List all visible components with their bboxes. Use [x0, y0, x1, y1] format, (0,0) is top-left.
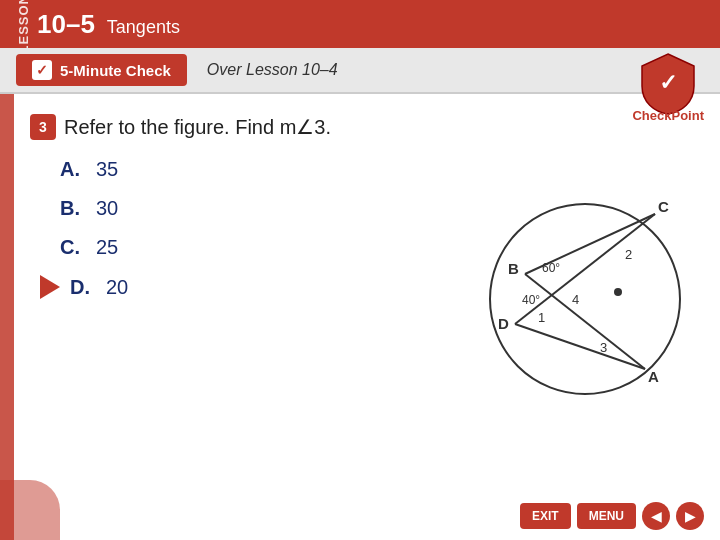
header: LESSON 10–5 Tangents — [0, 0, 720, 48]
svg-line-5 — [515, 324, 645, 369]
check-bar: ✓ 5-Minute Check Over Lesson 10–4 ✓ Chec… — [0, 48, 720, 94]
svg-text:✓: ✓ — [659, 70, 677, 95]
answer-letter-c: C. — [60, 236, 82, 259]
svg-text:A: A — [648, 368, 659, 385]
bottom-controls: EXIT MENU ◀ ▶ — [520, 502, 704, 530]
next-button[interactable]: ▶ — [676, 502, 704, 530]
figure-area: C B A D 60° 40° 2 4 1 3 — [470, 184, 700, 414]
geometry-figure: C B A D 60° 40° 2 4 1 3 — [470, 184, 700, 414]
five-minute-check-badge: ✓ 5-Minute Check — [16, 54, 187, 86]
answer-value-c: 25 — [96, 236, 118, 259]
answer-value-d: 20 — [106, 276, 128, 299]
answer-option-a[interactable]: A. 35 — [60, 158, 690, 181]
bottom-left-decor — [0, 480, 60, 540]
svg-text:3: 3 — [600, 340, 607, 355]
main-content: 3 Refer to the figure. Find m∠3. A. 35 B… — [0, 94, 720, 325]
svg-text:C: C — [658, 198, 669, 215]
exit-button[interactable]: EXIT — [520, 503, 571, 529]
question-number-badge: 3 — [30, 114, 56, 140]
svg-text:4: 4 — [572, 292, 579, 307]
svg-text:1: 1 — [538, 310, 545, 325]
svg-point-2 — [614, 288, 622, 296]
svg-text:2: 2 — [625, 247, 632, 262]
over-lesson-label: Over Lesson 10–4 — [207, 61, 338, 79]
lesson-number: 10–5 — [37, 9, 95, 40]
lesson-label: LESSON — [16, 0, 31, 54]
prev-button[interactable]: ◀ — [642, 502, 670, 530]
svg-text:40°: 40° — [522, 293, 540, 307]
question-row: 3 Refer to the figure. Find m∠3. — [30, 114, 690, 140]
answer-value-a: 35 — [96, 158, 118, 181]
svg-text:D: D — [498, 315, 509, 332]
svg-text:B: B — [508, 260, 519, 277]
question-text: Refer to the figure. Find m∠3. — [64, 115, 331, 139]
checkmark-icon: ✓ — [32, 60, 52, 80]
svg-text:60°: 60° — [542, 261, 560, 275]
answer-value-b: 30 — [96, 197, 118, 220]
svg-point-1 — [490, 204, 680, 394]
answer-letter-d: D. — [70, 276, 92, 299]
answer-letter-b: B. — [60, 197, 82, 220]
answer-letter-a: A. — [60, 158, 82, 181]
menu-button[interactable]: MENU — [577, 503, 636, 529]
five-minute-check-label: 5-Minute Check — [60, 62, 171, 79]
selected-arrow-icon — [40, 275, 60, 299]
lesson-topic: Tangents — [107, 17, 180, 38]
